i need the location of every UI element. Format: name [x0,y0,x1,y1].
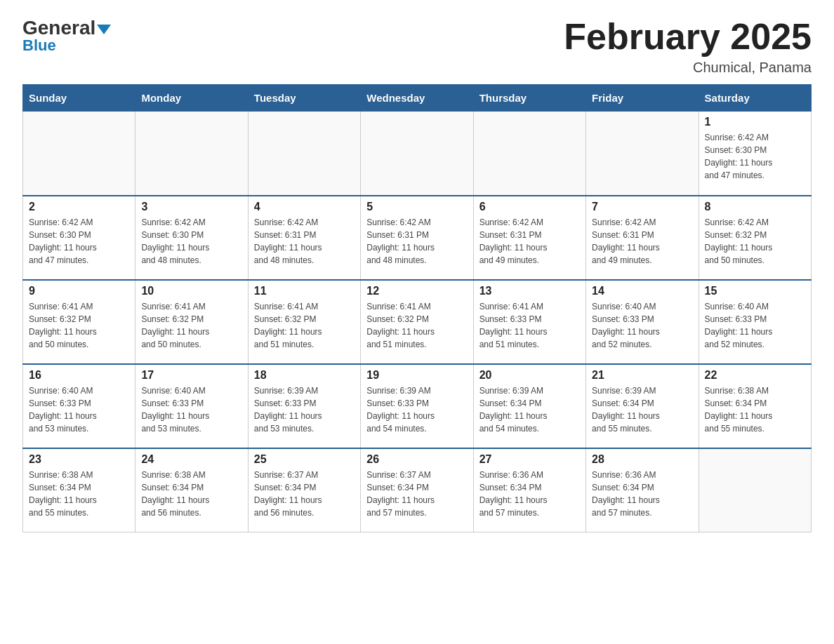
table-row: 19Sunrise: 6:39 AM Sunset: 6:33 PM Dayli… [361,364,473,448]
day-number: 26 [366,453,467,466]
day-number: 11 [254,285,355,297]
table-row: 12Sunrise: 6:41 AM Sunset: 6:32 PM Dayli… [361,280,473,364]
table-row: 2Sunrise: 6:42 AM Sunset: 6:30 PM Daylig… [23,196,135,280]
day-info: Sunrise: 6:42 AM Sunset: 6:32 PM Dayligh… [705,216,805,267]
col-thursday: Thursday [473,85,585,112]
table-row [586,112,699,196]
table-row: 8Sunrise: 6:42 AM Sunset: 6:32 PM Daylig… [699,196,811,280]
day-number: 22 [705,369,805,382]
day-number: 8 [705,201,805,213]
day-number: 15 [705,285,805,297]
table-row: 18Sunrise: 6:39 AM Sunset: 6:33 PM Dayli… [248,364,360,448]
day-info: Sunrise: 6:39 AM Sunset: 6:33 PM Dayligh… [254,384,355,435]
day-info: Sunrise: 6:42 AM Sunset: 6:30 PM Dayligh… [705,131,805,182]
table-row: 7Sunrise: 6:42 AM Sunset: 6:31 PM Daylig… [586,196,699,280]
day-number: 2 [29,201,129,213]
day-number: 9 [29,285,129,297]
calendar-week-row: 1Sunrise: 6:42 AM Sunset: 6:30 PM Daylig… [23,112,812,196]
table-row: 6Sunrise: 6:42 AM Sunset: 6:31 PM Daylig… [473,196,585,280]
day-info: Sunrise: 6:38 AM Sunset: 6:34 PM Dayligh… [29,469,129,519]
table-row: 16Sunrise: 6:40 AM Sunset: 6:33 PM Dayli… [23,364,135,448]
calendar-week-row: 16Sunrise: 6:40 AM Sunset: 6:33 PM Dayli… [23,364,812,448]
calendar-week-row: 9Sunrise: 6:41 AM Sunset: 6:32 PM Daylig… [23,280,812,364]
day-number: 14 [592,285,692,297]
table-row: 1Sunrise: 6:42 AM Sunset: 6:30 PM Daylig… [699,112,811,196]
table-row: 20Sunrise: 6:39 AM Sunset: 6:34 PM Dayli… [473,364,585,448]
day-number: 24 [141,453,241,466]
col-friday: Friday [586,85,699,112]
table-row: 9Sunrise: 6:41 AM Sunset: 6:32 PM Daylig… [23,280,135,364]
table-row: 13Sunrise: 6:41 AM Sunset: 6:33 PM Dayli… [473,280,585,364]
day-info: Sunrise: 6:36 AM Sunset: 6:34 PM Dayligh… [479,469,580,519]
table-row: 26Sunrise: 6:37 AM Sunset: 6:34 PM Dayli… [361,448,473,532]
day-number: 20 [479,369,580,382]
location: Chumical, Panama [564,60,812,76]
title-area: February 2025 Chumical, Panama [564,17,812,76]
day-info: Sunrise: 6:38 AM Sunset: 6:34 PM Dayligh… [705,384,805,435]
table-row: 24Sunrise: 6:38 AM Sunset: 6:34 PM Dayli… [135,448,248,532]
day-info: Sunrise: 6:40 AM Sunset: 6:33 PM Dayligh… [705,300,805,351]
day-number: 5 [366,201,467,213]
day-info: Sunrise: 6:42 AM Sunset: 6:31 PM Dayligh… [592,216,692,267]
day-info: Sunrise: 6:39 AM Sunset: 6:34 PM Dayligh… [479,384,580,435]
day-number: 10 [141,285,241,297]
day-number: 1 [705,116,805,128]
table-row: 28Sunrise: 6:36 AM Sunset: 6:34 PM Dayli… [586,448,699,532]
day-info: Sunrise: 6:37 AM Sunset: 6:34 PM Dayligh… [254,469,355,519]
col-sunday: Sunday [23,85,135,112]
day-number: 18 [254,369,355,382]
table-row: 14Sunrise: 6:40 AM Sunset: 6:33 PM Dayli… [586,280,699,364]
table-row: 23Sunrise: 6:38 AM Sunset: 6:34 PM Dayli… [23,448,135,532]
day-info: Sunrise: 6:41 AM Sunset: 6:32 PM Dayligh… [366,300,467,351]
calendar-header-row: Sunday Monday Tuesday Wednesday Thursday… [23,85,812,112]
day-info: Sunrise: 6:40 AM Sunset: 6:33 PM Dayligh… [29,384,129,435]
day-info: Sunrise: 6:41 AM Sunset: 6:32 PM Dayligh… [254,300,355,351]
day-number: 6 [479,201,580,213]
logo: General Blue [22,17,111,55]
day-info: Sunrise: 6:41 AM Sunset: 6:32 PM Dayligh… [29,300,129,351]
col-tuesday: Tuesday [248,85,360,112]
day-number: 21 [592,369,692,382]
day-info: Sunrise: 6:42 AM Sunset: 6:31 PM Dayligh… [254,216,355,267]
day-number: 3 [141,201,241,213]
day-number: 28 [592,453,692,466]
day-info: Sunrise: 6:40 AM Sunset: 6:33 PM Dayligh… [592,300,692,351]
table-row: 22Sunrise: 6:38 AM Sunset: 6:34 PM Dayli… [699,364,811,448]
day-info: Sunrise: 6:42 AM Sunset: 6:30 PM Dayligh… [29,216,129,267]
col-saturday: Saturday [699,85,811,112]
month-title: February 2025 [564,17,812,57]
day-info: Sunrise: 6:42 AM Sunset: 6:31 PM Dayligh… [479,216,580,267]
col-monday: Monday [135,85,248,112]
day-number: 4 [254,201,355,213]
table-row [361,112,473,196]
day-info: Sunrise: 6:42 AM Sunset: 6:31 PM Dayligh… [366,216,467,267]
calendar-table: Sunday Monday Tuesday Wednesday Thursday… [22,84,812,532]
day-number: 27 [479,453,580,466]
table-row [248,112,360,196]
table-row: 17Sunrise: 6:40 AM Sunset: 6:33 PM Dayli… [135,364,248,448]
table-row [135,112,248,196]
day-info: Sunrise: 6:36 AM Sunset: 6:34 PM Dayligh… [592,469,692,519]
day-info: Sunrise: 6:39 AM Sunset: 6:33 PM Dayligh… [366,384,467,435]
table-row: 4Sunrise: 6:42 AM Sunset: 6:31 PM Daylig… [248,196,360,280]
table-row: 21Sunrise: 6:39 AM Sunset: 6:34 PM Dayli… [586,364,699,448]
logo-blue-text: Blue [22,36,56,55]
table-row [23,112,135,196]
table-row: 5Sunrise: 6:42 AM Sunset: 6:31 PM Daylig… [361,196,473,280]
day-info: Sunrise: 6:39 AM Sunset: 6:34 PM Dayligh… [592,384,692,435]
table-row: 27Sunrise: 6:36 AM Sunset: 6:34 PM Dayli… [473,448,585,532]
col-wednesday: Wednesday [361,85,473,112]
table-row: 15Sunrise: 6:40 AM Sunset: 6:33 PM Dayli… [699,280,811,364]
day-info: Sunrise: 6:40 AM Sunset: 6:33 PM Dayligh… [141,384,241,435]
day-number: 17 [141,369,241,382]
table-row: 10Sunrise: 6:41 AM Sunset: 6:32 PM Dayli… [135,280,248,364]
day-number: 13 [479,285,580,297]
day-info: Sunrise: 6:37 AM Sunset: 6:34 PM Dayligh… [366,469,467,519]
day-info: Sunrise: 6:41 AM Sunset: 6:33 PM Dayligh… [479,300,580,351]
page-header: General Blue February 2025 Chumical, Pan… [22,17,812,76]
table-row: 25Sunrise: 6:37 AM Sunset: 6:34 PM Dayli… [248,448,360,532]
logo-triangle-icon [97,25,111,34]
table-row: 11Sunrise: 6:41 AM Sunset: 6:32 PM Dayli… [248,280,360,364]
day-number: 23 [29,453,129,466]
day-info: Sunrise: 6:41 AM Sunset: 6:32 PM Dayligh… [141,300,241,351]
